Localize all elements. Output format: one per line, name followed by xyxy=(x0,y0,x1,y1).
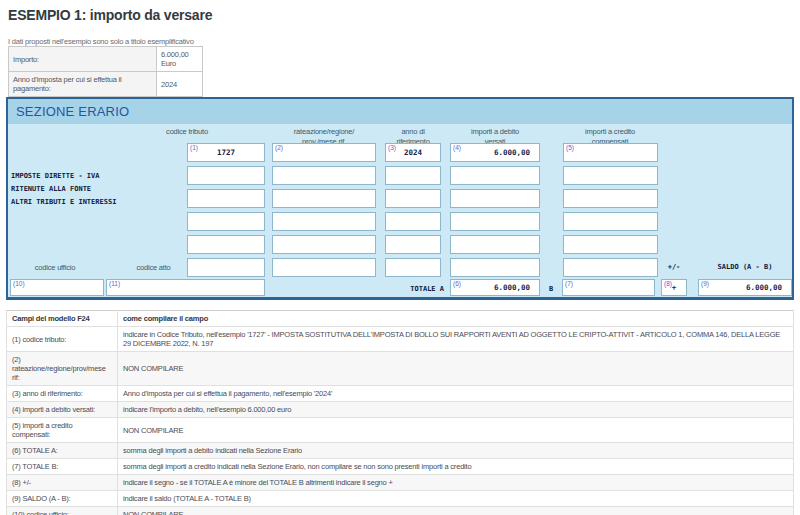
input-box[interactable] xyxy=(563,258,658,277)
field-value: 6.000,00 xyxy=(451,280,539,295)
table-row: (3) anno di riferimento: Anno d'imposta … xyxy=(7,386,794,402)
input-box[interactable] xyxy=(563,189,658,208)
sezione-erario-panel: SEZIONE ERARIO codice tributo rateazione… xyxy=(6,97,794,300)
field-box-7-totale-b[interactable]: (7) xyxy=(562,279,655,296)
input-box[interactable] xyxy=(450,166,540,185)
label-plus-minus: +/- xyxy=(661,263,687,271)
input-box[interactable] xyxy=(385,258,441,277)
field-box-6-totale-a[interactable]: (6) 6.000,00 xyxy=(450,279,540,296)
side-label-altri-tributi: ALTRI TRIBUTI E INTERESSI xyxy=(11,198,116,206)
label-codice-ufficio: codice ufficio xyxy=(8,263,102,272)
input-box[interactable] xyxy=(563,166,658,185)
label-codice-atto: codice atto xyxy=(106,263,201,272)
table-row: (4) importi a debito versati: indicare l… xyxy=(7,402,794,418)
field-value xyxy=(564,144,657,161)
input-box[interactable] xyxy=(450,189,540,208)
field-box-1-codice-tributo[interactable]: (1) 1727 xyxy=(187,143,265,162)
table-row: (2) rateazione/regione/prov/mese rif: NO… xyxy=(7,352,794,386)
field-value xyxy=(563,280,654,295)
field-box-10-codice-ufficio[interactable]: (10) xyxy=(10,279,104,296)
info-label-importo: Importo: xyxy=(9,47,157,72)
help-table: Campi del modello F24 come compilare il … xyxy=(6,310,794,515)
info-table: Importo: 6.000,00 Euro Anno d'imposta pe… xyxy=(8,46,203,97)
help-header-campi: Campi del modello F24 xyxy=(7,311,118,327)
field-box-2-rateazione[interactable]: (2) xyxy=(272,143,376,162)
info-value-importo: 6.000,00 Euro xyxy=(157,47,203,72)
sezione-erario-body: codice tributo rateazione/regione/ prov.… xyxy=(8,124,792,297)
input-box[interactable] xyxy=(187,189,265,208)
field-value: 1727 xyxy=(188,144,264,161)
field-value xyxy=(273,144,375,161)
field-box-8-segno[interactable]: (8) + xyxy=(661,279,687,296)
input-box[interactable] xyxy=(450,212,540,231)
input-box[interactable] xyxy=(272,258,376,277)
input-box[interactable] xyxy=(272,166,376,185)
table-row: Anno d'imposta per cui si effettua il pa… xyxy=(9,72,203,97)
input-box[interactable] xyxy=(385,166,441,185)
field-box-11-codice-atto[interactable]: (11) xyxy=(106,279,265,296)
field-box-5-credito[interactable]: (5) xyxy=(563,143,658,162)
input-box[interactable] xyxy=(385,212,441,231)
example-note: I dati proposti nell'esempio sono solo a… xyxy=(8,37,194,46)
input-box[interactable] xyxy=(187,212,265,231)
side-label-imposte-dirette: IMPOSTE DIRETTE - IVA xyxy=(11,172,100,180)
page: ESEMPIO 1: importo da versare I dati pro… xyxy=(0,0,800,515)
table-row: (9) SALDO (A - B): indicare il saldo (TO… xyxy=(7,491,794,507)
table-row: (1) codice tributo: indicare in Codice T… xyxy=(7,327,794,352)
info-value-anno: 2024 xyxy=(157,72,203,97)
table-row: (5) importi a credito compensati: NON CO… xyxy=(7,418,794,443)
field-value xyxy=(11,280,103,295)
field-value xyxy=(107,280,264,295)
label-saldo: SALDO (A - B) xyxy=(698,263,792,271)
table-row: Importo: 6.000,00 Euro xyxy=(9,47,203,72)
column-header-codice-tributo: codice tributo xyxy=(127,127,247,137)
input-box[interactable] xyxy=(563,212,658,231)
input-box[interactable] xyxy=(272,235,376,254)
field-box-9-saldo[interactable]: (9) 6.000,00 xyxy=(698,279,792,296)
input-box[interactable] xyxy=(187,166,265,185)
info-label-anno: Anno d'imposta per cui si effettua il pa… xyxy=(9,72,157,97)
help-header-come: come compilare il campo xyxy=(118,311,794,327)
input-box[interactable] xyxy=(385,235,441,254)
side-label-ritenute: RITENUTE ALLA FONTE xyxy=(11,185,91,193)
table-row: (7) TOTALE B: somma degli importi a cred… xyxy=(7,459,794,475)
label-b: B xyxy=(544,285,558,293)
input-box[interactable] xyxy=(563,235,658,254)
field-value: + xyxy=(662,280,686,295)
input-box[interactable] xyxy=(450,235,540,254)
table-row: (10) codice ufficio: NON COMPILARE xyxy=(7,507,794,515)
field-value: 2024 xyxy=(386,144,440,161)
field-box-3-anno[interactable]: (3) 2024 xyxy=(385,143,441,162)
table-row: (8) +/- indicare il segno - se il TOTALE… xyxy=(7,475,794,491)
page-title: ESEMPIO 1: importo da versare xyxy=(8,7,212,23)
input-box[interactable] xyxy=(272,212,376,231)
input-box[interactable] xyxy=(187,235,265,254)
field-value: 6.000,00 xyxy=(451,144,539,161)
input-box[interactable] xyxy=(450,258,540,277)
label-totale-a: TOTALE A xyxy=(384,285,444,293)
table-row: (6) TOTALE A: somma degli importi a debi… xyxy=(7,443,794,459)
field-box-4-debito[interactable]: (4) 6.000,00 xyxy=(450,143,540,162)
table-header-row: Campi del modello F24 come compilare il … xyxy=(7,311,794,327)
input-box[interactable] xyxy=(385,189,441,208)
section-title: SEZIONE ERARIO xyxy=(16,104,129,119)
sezione-erario-header: SEZIONE ERARIO xyxy=(8,99,792,124)
field-value: 6.000,00 xyxy=(699,280,791,295)
input-box[interactable] xyxy=(272,189,376,208)
